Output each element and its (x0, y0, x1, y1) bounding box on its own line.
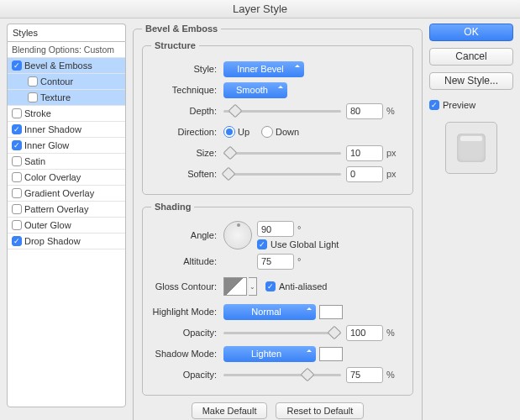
gloss-contour-popup[interactable]: ⌄ (249, 277, 257, 296)
highlight-mode-label: Highlight Mode: (151, 307, 223, 317)
down-label: Down (276, 127, 299, 137)
highlight-opacity-unit: % (386, 328, 395, 338)
style-row[interactable]: Texture (8, 90, 125, 106)
style-checkbox[interactable] (12, 60, 22, 71)
shadow-mode-label: Shadow Mode: (151, 349, 223, 359)
depth-slider[interactable] (223, 104, 341, 118)
structure-title: Structure (151, 40, 199, 50)
style-row[interactable]: Satin (8, 154, 125, 170)
style-label: Inner Shadow (24, 124, 81, 134)
angle-label: Angle: (151, 230, 223, 240)
size-label: Size: (151, 148, 223, 158)
style-row[interactable]: Bevel & Emboss (8, 58, 125, 74)
soften-slider[interactable] (223, 167, 341, 181)
cancel-button[interactable]: Cancel (429, 48, 513, 66)
style-checkbox[interactable] (12, 188, 22, 198)
style-label: Outer Glow (24, 220, 71, 230)
size-input[interactable] (346, 145, 383, 161)
up-label: Up (238, 127, 249, 137)
highlight-color-swatch[interactable] (319, 305, 343, 319)
style-checkbox[interactable] (28, 92, 38, 102)
preview-checkbox[interactable] (429, 100, 439, 110)
dialog-content: Styles Blending Options: Custom Bevel & … (0, 18, 520, 420)
style-row[interactable]: Pattern Overlay (8, 202, 125, 218)
angle-unit: ° (297, 224, 301, 234)
soften-unit: px (386, 169, 397, 179)
reset-default-button[interactable]: Reset to Default (276, 402, 364, 419)
angle-dial[interactable] (223, 221, 252, 249)
style-checkbox[interactable] (12, 172, 22, 182)
style-checkbox[interactable] (12, 204, 22, 214)
styles-panel: Styles Blending Options: Custom Bevel & … (7, 24, 126, 420)
style-label: Inner Glow (24, 140, 69, 150)
style-label: Drop Shadow (24, 236, 81, 246)
depth-input[interactable] (346, 103, 383, 119)
shadow-opacity-label: Opacity: (151, 370, 223, 380)
anti-aliased-label: Anti-aliased (279, 281, 327, 291)
angle-input[interactable] (257, 221, 294, 237)
style-row[interactable]: Drop Shadow (8, 234, 125, 249)
style-label: Bevel & Emboss (24, 60, 92, 71)
highlight-opacity-input[interactable] (346, 325, 383, 341)
styles-header[interactable]: Styles (7, 24, 126, 41)
style-checkbox[interactable] (28, 76, 38, 87)
altitude-unit: ° (297, 256, 301, 266)
make-default-button[interactable]: Make Default (192, 402, 268, 419)
style-checkbox[interactable] (12, 108, 22, 118)
style-row[interactable]: Inner Glow (8, 138, 125, 154)
style-label: Color Overlay (24, 172, 81, 182)
style-label: Gradient Overlay (24, 188, 94, 198)
style-row[interactable]: Contour (8, 74, 125, 90)
technique-select[interactable]: Smooth (223, 82, 287, 98)
preview-label: Preview (443, 100, 475, 110)
style-row[interactable]: Stroke (8, 106, 125, 122)
style-row[interactable]: Outer Glow (8, 218, 125, 234)
highlight-opacity-slider[interactable] (223, 326, 341, 339)
style-row[interactable]: Color Overlay (8, 170, 125, 186)
shadow-color-swatch[interactable] (319, 347, 343, 361)
shadow-mode-select[interactable]: Lighten (223, 346, 316, 362)
direction-up-radio[interactable] (223, 126, 235, 138)
style-checkbox[interactable] (12, 236, 22, 246)
highlight-mode-select[interactable]: Normal (223, 304, 316, 320)
style-label: Style: (151, 64, 223, 74)
style-checkbox[interactable] (12, 220, 22, 230)
action-panel: OK Cancel New Style... Preview (429, 24, 513, 420)
depth-unit: % (386, 106, 395, 116)
shadow-opacity-slider[interactable] (223, 368, 341, 381)
styles-list: Blending Options: Custom Bevel & EmbossC… (7, 41, 126, 407)
soften-input[interactable] (346, 166, 383, 182)
bevel-emboss-group: Bevel & Emboss Structure Style: Inner Be… (133, 24, 423, 420)
direction-down-radio[interactable] (261, 126, 273, 138)
global-light-label: Use Global Light (271, 239, 339, 249)
size-slider[interactable] (223, 146, 341, 160)
style-select[interactable]: Inner Bevel (223, 61, 304, 77)
style-label: Stroke (24, 108, 51, 118)
shadow-opacity-input[interactable] (346, 367, 383, 383)
style-label: Texture (40, 92, 71, 102)
new-style-button[interactable]: New Style... (429, 72, 513, 90)
shading-title: Shading (151, 202, 194, 212)
shading-group: Shading Angle: ° (142, 202, 413, 396)
depth-label: Depth: (151, 106, 223, 116)
altitude-input[interactable] (257, 254, 294, 270)
panel-title: Bevel & Emboss (142, 24, 221, 34)
style-checkbox[interactable] (12, 140, 22, 150)
style-checkbox[interactable] (12, 156, 22, 166)
blending-options-row[interactable]: Blending Options: Custom (8, 42, 125, 58)
altitude-label: Altitude: (151, 256, 223, 266)
style-row[interactable]: Inner Shadow (8, 122, 125, 138)
anti-aliased-checkbox[interactable] (265, 281, 276, 291)
structure-group: Structure Style: Inner Bevel Technique: … (142, 40, 413, 195)
style-label: Pattern Overlay (24, 204, 88, 214)
shadow-opacity-unit: % (386, 370, 395, 380)
size-unit: px (386, 148, 397, 158)
ok-button[interactable]: OK (429, 24, 513, 41)
preview-thumbnail (445, 122, 497, 174)
global-light-checkbox[interactable] (257, 239, 267, 249)
style-row[interactable]: Gradient Overlay (8, 186, 125, 202)
gloss-contour-swatch[interactable] (223, 277, 247, 296)
style-checkbox[interactable] (12, 124, 22, 134)
effect-panel: Bevel & Emboss Structure Style: Inner Be… (133, 24, 423, 420)
gloss-label: Gloss Contour: (151, 281, 223, 291)
